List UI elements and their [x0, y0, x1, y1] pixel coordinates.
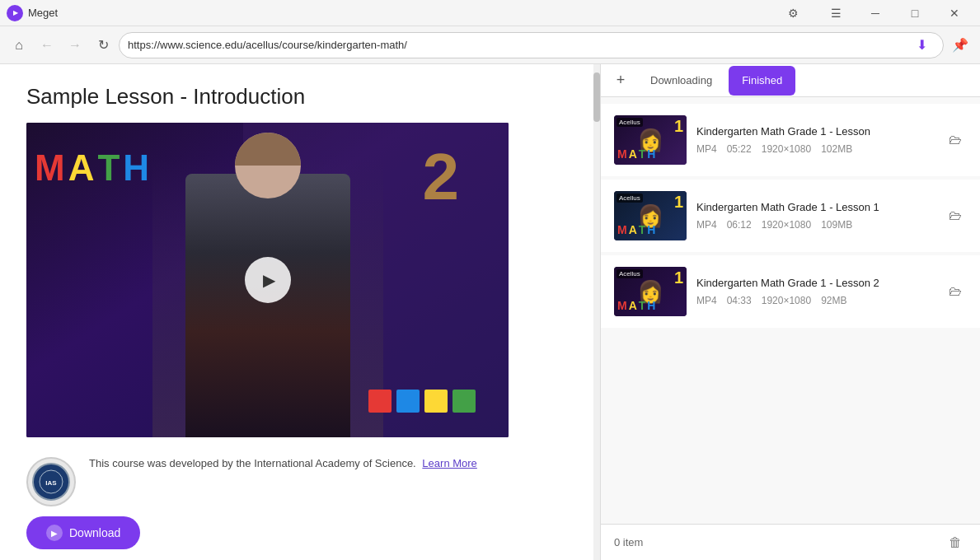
maximize-button[interactable]: □ — [896, 0, 934, 26]
toy-blocks — [368, 390, 476, 413]
block-yellow — [424, 390, 448, 413]
download-item-2: Acellus 1 M A T H 👩 Kindergarten Math Gr… — [601, 255, 980, 328]
dl-format-2: MP4 — [696, 295, 717, 306]
letter-m: M — [35, 147, 65, 189]
dl-duration-1: 06:12 — [727, 219, 752, 231]
tl2-a: A — [629, 223, 637, 236]
number-decoration: 2 — [423, 139, 460, 215]
main-layout: Sample Lesson - Introduction 2 M A T H — [0, 64, 980, 560]
dl-title-2: Kindergarten Math Grade 1 - Lesson 2 — [696, 277, 934, 291]
download-item: Acellus 1 M A T H 👩 Kindergarten Math Gr… — [601, 104, 980, 176]
dl-title-0: Kindergarten Math Grade 1 - Lesson — [696, 125, 934, 139]
course-footer: IAS This course was developed by the Int… — [26, 457, 574, 506]
dl-duration-2: 04:33 — [727, 295, 752, 306]
download-icon: ▶ — [51, 529, 58, 538]
thumb-num-1: 1 — [674, 193, 683, 212]
dl-thumbnail-1: Acellus 1 M A T H 👩 — [614, 191, 687, 240]
dl-thumbnail-0: Acellus 1 M A T H 👩 — [614, 115, 687, 165]
dl-info-2: Kindergarten Math Grade 1 - Lesson 2 MP4… — [696, 277, 934, 307]
tl2-h: H — [647, 223, 655, 236]
download-item-1: Acellus 1 M A T H 👩 Kindergarten Math Gr… — [601, 180, 980, 252]
learn-more-link[interactable]: Learn More — [422, 457, 476, 469]
thumb-bg-1: Acellus 1 M A T H 👩 — [614, 191, 687, 240]
dl-meta-0: MP4 05:22 1920×1080 102MB — [696, 143, 934, 155]
tl2-t: T — [639, 223, 646, 236]
lesson-title: Sample Lesson - Introduction — [26, 84, 574, 110]
scrollbar-thumb[interactable] — [593, 72, 600, 122]
tl3-t: T — [639, 299, 646, 312]
dl-folder-button-0[interactable]: 🗁 — [944, 128, 967, 152]
dl-meta-2: MP4 04:33 1920×1080 92MB — [696, 295, 934, 306]
tl3-a: A — [629, 299, 637, 312]
letter-a: A — [68, 147, 95, 189]
dl-thumbnail-2: Acellus 1 M A T H 👩 — [614, 267, 687, 316]
download-button[interactable]: ▶ Download — [26, 516, 140, 549]
panel-tabs: + Downloading Finished — [601, 64, 980, 97]
tl-m: M — [617, 147, 627, 161]
forward-button[interactable]: → — [63, 33, 87, 58]
dl-resolution-1: 1920×1080 — [762, 219, 811, 231]
refresh-button[interactable]: ↻ — [91, 33, 115, 58]
tl-t: T — [639, 147, 646, 161]
tl-a: A — [629, 147, 637, 161]
tab-downloading[interactable]: Downloading — [637, 66, 725, 96]
dl-format-1: MP4 — [696, 219, 717, 231]
minimize-button[interactable]: ─ — [856, 0, 894, 26]
scrollbar-track[interactable] — [593, 64, 600, 560]
dl-format-0: MP4 — [696, 143, 717, 155]
pin-button[interactable]: 📌 — [947, 32, 973, 58]
thumb-bg-0: Acellus 1 M A T H 👩 — [614, 115, 687, 165]
right-panel: + Downloading Finished Acellus 1 M A T H — [601, 64, 980, 560]
back-button[interactable]: ← — [35, 33, 59, 58]
dl-info-1: Kindergarten Math Grade 1 - Lesson 1 MP4… — [696, 201, 934, 231]
teacher-head — [235, 133, 301, 198]
download-btn-wrap: ▶ Download — [26, 516, 574, 549]
title-bar-controls: ⚙ ☰ ─ □ ✕ — [774, 0, 973, 26]
home-button[interactable]: ⌂ — [7, 33, 31, 58]
app-icon — [7, 5, 23, 21]
thumb-letters-2: M A T H — [617, 299, 655, 312]
course-desc-text: This course was developed by the Interna… — [89, 457, 416, 469]
page-content: Sample Lesson - Introduction 2 M A T H — [0, 64, 600, 560]
course-logo: IAS — [26, 457, 76, 506]
dl-folder-button-2[interactable]: 🗁 — [944, 280, 967, 303]
item-count: 0 item — [614, 536, 643, 548]
settings-button[interactable]: ⚙ — [774, 0, 812, 26]
menu-button[interactable]: ☰ — [817, 0, 855, 26]
address-input[interactable] — [128, 39, 903, 51]
download-page-button[interactable]: ⬇ — [908, 32, 935, 58]
video-player[interactable]: 2 M A T H — [26, 123, 509, 437]
thumb-brand-1: Acellus — [617, 194, 643, 203]
app-title: Meget — [28, 7, 58, 19]
trash-button[interactable]: 🗑 — [944, 531, 967, 554]
teacher-body — [185, 174, 350, 437]
thumb-letters-1: M A T H — [617, 223, 655, 236]
download-btn-icon: ▶ — [46, 525, 63, 541]
block-green — [452, 390, 476, 413]
letter-h: H — [123, 147, 149, 189]
tl3-h: H — [647, 299, 655, 312]
dl-folder-button-1[interactable]: 🗁 — [944, 204, 967, 227]
address-bar[interactable]: ⬇ — [119, 32, 944, 58]
block-red — [368, 390, 392, 413]
course-description-area: This course was developed by the Interna… — [89, 457, 477, 469]
thumb-letters-0: M A T H — [617, 147, 655, 161]
thumb-brand-0: Acellus — [617, 118, 643, 127]
tl-h: H — [647, 147, 655, 161]
dl-size-0: 102MB — [821, 143, 852, 155]
thumb-num-2: 1 — [674, 268, 683, 287]
panel-footer: 0 item 🗑 — [601, 524, 980, 560]
tl2-m: M — [617, 223, 627, 236]
toolbar: ⌂ ← → ↻ ⬇ 📌 — [0, 26, 980, 64]
math-letters: M A T H — [35, 147, 149, 189]
dl-title-1: Kindergarten Math Grade 1 - Lesson 1 — [696, 201, 934, 215]
title-bar: Meget ⚙ ☰ ─ □ ✕ — [0, 0, 980, 26]
add-tab-button[interactable]: + — [607, 68, 634, 94]
thumb-brand-2: Acellus — [617, 269, 643, 278]
dl-resolution-2: 1920×1080 — [762, 295, 811, 306]
letter-t: T — [97, 147, 120, 189]
tab-finished[interactable]: Finished — [729, 66, 795, 96]
thumb-bg-2: Acellus 1 M A T H 👩 — [614, 267, 687, 316]
close-button[interactable]: ✕ — [935, 0, 973, 26]
play-button[interactable] — [245, 257, 291, 303]
